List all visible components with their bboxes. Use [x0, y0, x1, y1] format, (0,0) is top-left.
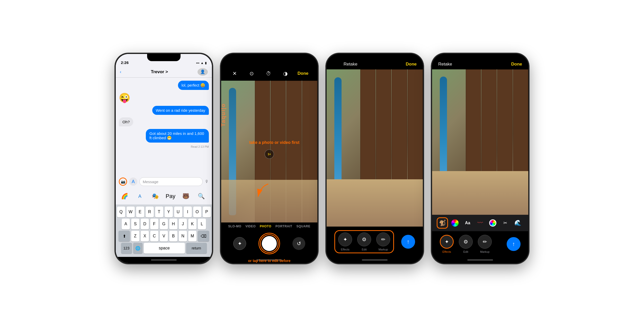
- key-numbers[interactable]: 123: [121, 243, 132, 254]
- key-x[interactable]: X: [141, 231, 149, 241]
- camera-viewfinder: Taqui|o 1× take a photo or video first: [221, 81, 317, 222]
- live-photo-button[interactable]: ⊙: [247, 69, 256, 78]
- key-e[interactable]: E: [136, 207, 144, 217]
- animoji-effects-icon[interactable]: 🌊: [512, 217, 523, 229]
- key-f[interactable]: F: [150, 219, 158, 229]
- edit-action-3[interactable]: ⚙ Edit: [357, 232, 371, 251]
- message-bubble: Oh?: [119, 117, 133, 126]
- key-v[interactable]: V: [160, 231, 168, 241]
- key-p[interactable]: P: [203, 207, 211, 217]
- key-c[interactable]: C: [150, 231, 158, 241]
- color-effects-icon[interactable]: [449, 217, 461, 229]
- key-j[interactable]: J: [179, 219, 187, 229]
- key-space[interactable]: space: [144, 243, 185, 254]
- edit-label-4: Edit: [463, 250, 468, 253]
- sticker-effects-icon[interactable]: ✂: [500, 217, 511, 229]
- effects-label-3: Effects: [341, 248, 349, 251]
- done-button[interactable]: Done: [298, 71, 309, 76]
- key-h[interactable]: H: [169, 219, 177, 229]
- retake-button-4[interactable]: Retake: [438, 62, 452, 67]
- edit-action-4[interactable]: ⚙ Edit: [459, 235, 473, 253]
- filter-button[interactable]: ◑: [281, 69, 290, 78]
- message-bubble: Went on a rad ride yesterday: [152, 106, 209, 115]
- monkey-effects-icon[interactable]: 🐒: [437, 217, 448, 229]
- mode-slomo[interactable]: SLO-MO: [228, 225, 241, 228]
- appstore-drawer-icon[interactable]: A: [134, 191, 146, 202]
- key-b[interactable]: B: [169, 231, 177, 241]
- key-i[interactable]: I: [184, 207, 192, 217]
- shutter-button[interactable]: [260, 234, 279, 253]
- retake-button-3[interactable]: Retake: [344, 62, 357, 67]
- mode-portrait[interactable]: PORTRAIT: [275, 225, 292, 228]
- message-input[interactable]: Message: [139, 177, 203, 186]
- keyboard-row-2: A S D F G H J K L: [117, 219, 211, 229]
- mode-video[interactable]: VIDEO: [245, 225, 256, 228]
- filter-icon: ◑: [283, 70, 288, 77]
- memoji-drawer-icon[interactable]: 🎭: [149, 191, 161, 202]
- notch-4: [463, 54, 497, 61]
- done-button-3[interactable]: Done: [406, 62, 417, 67]
- effects-star-icon: ✦: [343, 236, 347, 243]
- key-u[interactable]: U: [174, 207, 182, 217]
- scribble-effects-icon[interactable]: 〰: [475, 217, 486, 229]
- photos-drawer-icon[interactable]: 🌈: [119, 191, 130, 202]
- key-globe[interactable]: 🌐: [133, 243, 142, 254]
- contact-avatar[interactable]: 👤: [198, 68, 208, 76]
- zoom-badge[interactable]: 1×: [265, 150, 274, 159]
- key-z[interactable]: Z: [131, 231, 139, 241]
- mode-square[interactable]: SQUARE: [296, 225, 310, 228]
- markup-action-4[interactable]: ✏ Markup: [478, 235, 492, 253]
- key-s[interactable]: S: [131, 219, 139, 229]
- key-w[interactable]: W: [127, 207, 135, 217]
- send-button-3[interactable]: ↑: [401, 235, 415, 249]
- mode-photo[interactable]: PHOTO: [260, 225, 271, 228]
- message-bubble: Got about 20 miles in and 1,600 ft climb…: [146, 129, 209, 143]
- done-button-4[interactable]: Done: [511, 62, 522, 67]
- key-shift[interactable]: ⬆: [119, 231, 130, 241]
- send-button-4[interactable]: ↑: [507, 237, 521, 251]
- applepay-drawer-icon[interactable]: Pay: [165, 191, 176, 202]
- effects-action-4[interactable]: ✦ Effects: [440, 235, 454, 253]
- messages-nav: ‹ Trevor > 👤: [116, 66, 212, 78]
- timer-button[interactable]: ⏱: [264, 69, 273, 78]
- effects-action-3[interactable]: ✦ Effects: [338, 232, 352, 251]
- effects-star-icon-4: ✦: [445, 239, 449, 245]
- key-backspace[interactable]: ⌫: [198, 231, 209, 241]
- flash-button[interactable]: ✕: [230, 69, 239, 78]
- key-y[interactable]: Y: [165, 207, 173, 217]
- animoji-drawer-icon[interactable]: 🐻: [180, 191, 192, 202]
- search-drawer-icon[interactable]: 🔍: [195, 191, 207, 202]
- markup-action-3[interactable]: ✏ Markup: [376, 232, 390, 251]
- flash-icon: ✕: [232, 70, 237, 77]
- effects-fx-button[interactable]: ✦: [233, 237, 246, 250]
- edit-label-3: Edit: [362, 248, 367, 251]
- wifi-icon: ▲: [201, 61, 204, 65]
- app-store-icon: A: [132, 179, 135, 184]
- key-l[interactable]: L: [198, 219, 206, 229]
- notch-3: [358, 54, 391, 61]
- text-effects-icon[interactable]: Aa: [462, 217, 473, 229]
- key-k[interactable]: K: [188, 219, 196, 229]
- home-bar: [151, 259, 177, 260]
- key-n[interactable]: N: [179, 231, 187, 241]
- key-a[interactable]: A: [122, 219, 130, 229]
- camera-button[interactable]: 📷: [119, 178, 127, 186]
- key-g[interactable]: G: [160, 219, 168, 229]
- markup-pen-icon: ✏: [381, 236, 386, 243]
- app-store-button[interactable]: A: [129, 178, 137, 186]
- key-r[interactable]: R: [146, 207, 154, 217]
- camera-modes: SLO-MO VIDEO PHOTO PORTRAIT SQUARE: [221, 222, 317, 230]
- circle-effects-icon[interactable]: [487, 217, 498, 229]
- key-q[interactable]: Q: [117, 207, 125, 217]
- key-o[interactable]: O: [193, 207, 201, 217]
- key-d[interactable]: D: [141, 219, 149, 229]
- message-placeholder: Message: [143, 180, 158, 184]
- photo-view-4: [432, 69, 528, 215]
- flip-camera-button[interactable]: ↺: [292, 237, 305, 250]
- key-m[interactable]: M: [188, 231, 196, 241]
- messages-body: lol, perfect 😄 😜 Went on a rad ride yest…: [116, 78, 212, 175]
- key-t[interactable]: T: [155, 207, 163, 217]
- battery-icon: ▮: [205, 61, 207, 65]
- key-return[interactable]: return: [186, 243, 207, 254]
- microphone-icon[interactable]: 🎙: [205, 179, 209, 184]
